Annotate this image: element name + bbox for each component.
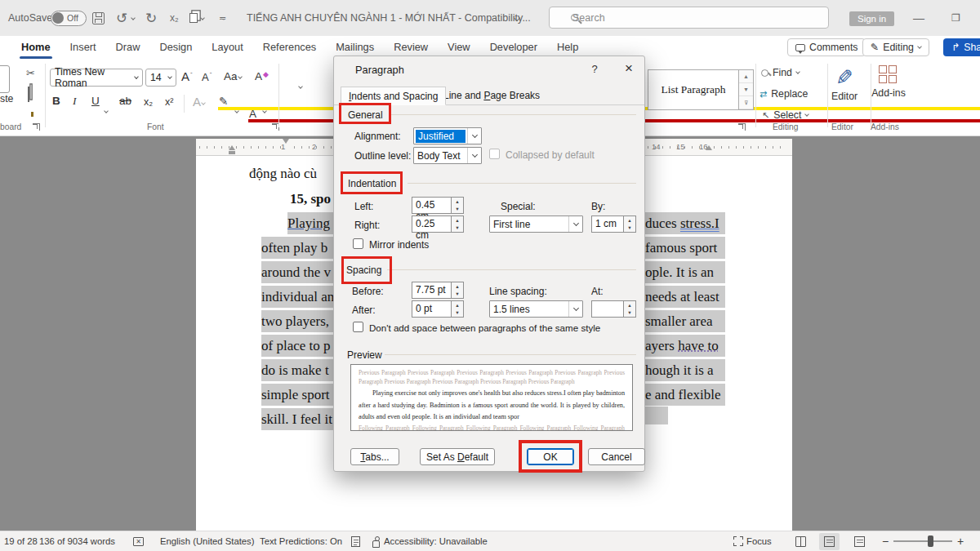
hanging-indent-marker[interactable] — [229, 145, 235, 150]
spin-down-icon[interactable]: ▼ — [452, 206, 463, 214]
mirror-indents-checkbox[interactable] — [353, 238, 363, 249]
paste-quick-button[interactable] — [189, 0, 204, 36]
clipboard-dialog-launcher[interactable] — [33, 123, 40, 131]
alignment-dropdown[interactable]: Justified — [413, 127, 482, 144]
font-name-combo[interactable]: Times New Roman — [50, 69, 143, 87]
page-count[interactable]: 19 of 28 — [4, 536, 38, 546]
tab-home[interactable]: Home — [11, 36, 60, 60]
highlight-chevron[interactable] — [235, 101, 238, 116]
tab-draw[interactable]: Draw — [106, 36, 150, 60]
outline-level-dropdown[interactable]: Body Text — [413, 147, 482, 164]
tabs-button[interactable]: Tabs... — [350, 448, 399, 465]
paste-button[interactable]: ste — [0, 93, 13, 104]
underline-chevron[interactable] — [105, 101, 108, 116]
spin-up-icon[interactable]: ▲ — [624, 216, 635, 224]
tab-line-and-page-breaks[interactable]: Line and Page Breaks — [436, 87, 547, 104]
sign-in-button[interactable]: Sign in — [849, 10, 894, 27]
quick-access-overflow[interactable]: ≂ — [219, 0, 226, 36]
zoom-slider-thumb[interactable] — [928, 535, 933, 547]
by-spinner[interactable]: 1 cm▲▼ — [591, 216, 636, 233]
indent-right-spinner[interactable]: 0.25 cm▲▼ — [412, 216, 464, 233]
spin-down-icon[interactable]: ▼ — [452, 224, 463, 233]
font-size-combo[interactable]: 14 — [145, 69, 176, 87]
search-box[interactable] — [549, 7, 829, 29]
print-layout-button[interactable] — [819, 533, 840, 550]
styles-dialog-launcher[interactable] — [738, 123, 746, 131]
spin-down-icon[interactable]: ▼ — [624, 309, 635, 318]
cut-button[interactable]: ✂ — [26, 67, 35, 79]
search-input[interactable] — [572, 12, 785, 24]
accessibility-status[interactable]: Accessibility: Unavailable — [372, 536, 488, 547]
tab-design[interactable]: Design — [149, 36, 202, 60]
save-button[interactable] — [92, 0, 105, 36]
line-spacing-dropdown[interactable]: 1.5 lines — [489, 300, 583, 318]
font-color-chevron[interactable] — [263, 101, 266, 116]
spin-up-icon[interactable]: ▲ — [452, 198, 463, 206]
read-mode-button[interactable] — [791, 533, 811, 550]
replace-button[interactable]: ⇄Replace — [760, 88, 808, 100]
set-as-default-button[interactable]: Set As Default — [420, 448, 495, 465]
scroll-down-icon[interactable]: ▼ — [739, 83, 753, 96]
ok-button[interactable]: OK — [527, 448, 574, 465]
italic-button[interactable]: I — [73, 95, 77, 108]
text-predictions-status[interactable]: Text Predictions: On — [260, 536, 342, 546]
spin-up-icon[interactable]: ▲ — [452, 282, 463, 291]
spin-down-icon[interactable]: ▼ — [452, 309, 463, 318]
help-button[interactable]: ? — [586, 63, 604, 78]
word-count[interactable]: 136 of 9034 words — [39, 536, 115, 546]
shrink-font-button[interactable]: Aˇ — [202, 71, 212, 83]
autosave-toggle[interactable]: Off — [51, 0, 87, 36]
bullets-chevron[interactable] — [299, 77, 302, 91]
tab-layout[interactable]: Layout — [202, 36, 252, 60]
zoom-out-button[interactable]: − — [882, 535, 889, 548]
zoom-in-button[interactable]: + — [957, 535, 964, 548]
copy-button[interactable] — [28, 85, 29, 100]
editing-mode-button[interactable]: ✎Editing — [862, 38, 929, 56]
superscript-button[interactable]: x² — [165, 96, 173, 108]
tab-references[interactable]: References — [253, 36, 326, 60]
share-button[interactable]: ↱Share — [943, 38, 980, 56]
after-spinner[interactable]: 0 pt▲▼ — [412, 300, 464, 318]
indent-left-spinner[interactable]: 0.45 cm▲▼ — [412, 197, 464, 214]
gallery-more-icon[interactable]: ⊽ — [739, 96, 753, 109]
right-indent-marker[interactable] — [706, 145, 712, 150]
subscript-quick-button[interactable]: x₂ — [170, 0, 179, 36]
strikethrough-button[interactable]: ab — [119, 95, 131, 107]
dont-add-space-checkbox[interactable] — [353, 322, 363, 332]
text-effects-button[interactable]: A — [193, 95, 205, 109]
tab-indents-and-spacing[interactable]: Indents and Spacing — [341, 87, 446, 105]
minimize-button[interactable]: — — [913, 0, 924, 36]
style-gallery-scroll[interactable]: ▲▼⊽ — [739, 69, 754, 110]
spin-down-icon[interactable]: ▼ — [452, 291, 463, 299]
spin-up-icon[interactable]: ▲ — [452, 216, 463, 224]
find-button[interactable]: Find — [761, 67, 800, 78]
spin-up-icon[interactable]: ▲ — [452, 301, 463, 309]
spin-up-icon[interactable]: ▲ — [624, 301, 635, 309]
focus-button[interactable]: Focus — [733, 536, 772, 546]
web-layout-button[interactable] — [849, 533, 870, 550]
zoom-slider[interactable] — [893, 540, 952, 542]
at-spinner[interactable]: ▲▼ — [591, 300, 636, 318]
subscript-button[interactable]: x₂ — [144, 96, 153, 108]
editor-button[interactable]: ✎ Editor — [826, 65, 862, 102]
select-button[interactable]: ↖Select — [762, 109, 808, 121]
close-button[interactable]: × — [617, 59, 641, 78]
comments-button[interactable]: Comments — [787, 38, 866, 56]
addins-button[interactable]: Add-ins — [869, 65, 908, 99]
redo-button[interactable]: ↻ — [145, 0, 157, 36]
undo-button[interactable]: ↺ — [116, 0, 135, 36]
cancel-button[interactable]: Cancel — [588, 448, 645, 465]
proofing-status-button[interactable] — [351, 536, 360, 547]
restore-button[interactable]: ❐ — [951, 0, 960, 36]
title-chevron[interactable] — [514, 0, 519, 36]
scroll-up-icon[interactable]: ▲ — [739, 70, 753, 83]
paragraph-dialog[interactable]: Paragraph ? × Indents and Spacing Line a… — [333, 56, 645, 472]
before-spinner[interactable]: 7.75 pt▲▼ — [412, 282, 464, 299]
proofing-button[interactable]: ✕ — [133, 537, 144, 546]
first-line-indent-marker[interactable] — [283, 139, 289, 144]
style-gallery-item[interactable]: List Paragraph — [648, 69, 739, 110]
left-indent-marker[interactable] — [229, 151, 235, 154]
bold-button[interactable]: B — [52, 95, 60, 107]
grow-font-button[interactable]: Aˆ — [181, 69, 193, 83]
special-dropdown[interactable]: First line — [489, 216, 583, 233]
